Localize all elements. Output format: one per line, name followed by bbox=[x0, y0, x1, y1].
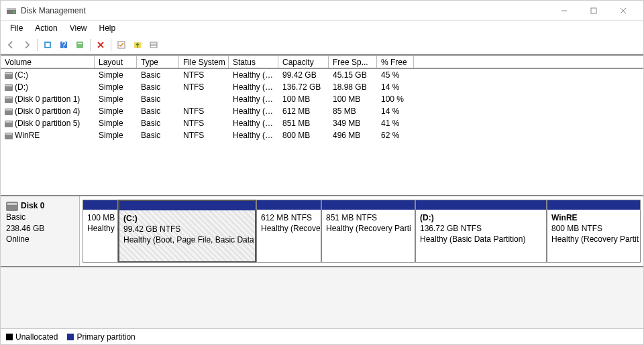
svg-rect-4 bbox=[591, 8, 596, 13]
volume-row[interactable]: (Disk 0 partition 5)SimpleBasicNTFSHealt… bbox=[1, 117, 643, 129]
col-capacity[interactable]: Capacity bbox=[278, 56, 329, 68]
legend-unallocated: Unallocated bbox=[6, 332, 58, 342]
svg-rect-11 bbox=[76, 42, 83, 48]
volume-icon bbox=[5, 121, 13, 127]
partition-block[interactable]: 612 MB NTFSHealthy (Recovery Par bbox=[256, 200, 321, 263]
disk-size: 238.46 GB bbox=[6, 224, 44, 233]
menu-action[interactable]: Action bbox=[30, 22, 62, 34]
volume-list-header: Volume Layout Type File System Status Ca… bbox=[1, 56, 643, 69]
volume-icon bbox=[5, 96, 13, 103]
action-button[interactable] bbox=[130, 38, 145, 52]
volume-icon bbox=[5, 109, 13, 115]
volume-list-body[interactable]: (C:)SimpleBasicNTFSHealthy (B...99.42 GB… bbox=[1, 69, 643, 195]
volume-row[interactable]: (Disk 0 partition 4)SimpleBasicNTFSHealt… bbox=[1, 105, 643, 117]
toolbar: ? bbox=[1, 36, 643, 54]
svg-point-2 bbox=[13, 11, 15, 12]
volume-row[interactable]: WinRESimpleBasicNTFSHealthy (R...800 MB4… bbox=[1, 129, 643, 141]
menu-view[interactable]: View bbox=[64, 22, 93, 34]
svg-rect-12 bbox=[78, 43, 82, 44]
legend-primary: Primary partition bbox=[67, 332, 135, 342]
close-button[interactable] bbox=[608, 1, 638, 21]
col-status[interactable]: Status bbox=[229, 56, 278, 68]
disk-state: Online bbox=[6, 234, 30, 244]
partition-stripe bbox=[257, 200, 321, 210]
delete-button[interactable] bbox=[93, 38, 108, 52]
window-title: Disk Management bbox=[21, 6, 549, 15]
col-spacer bbox=[414, 56, 643, 68]
refresh-button[interactable] bbox=[40, 38, 55, 52]
list-button[interactable] bbox=[146, 38, 161, 52]
menubar: File Action View Help bbox=[1, 21, 643, 36]
titlebar: Disk Management bbox=[1, 1, 643, 21]
volume-row[interactable]: (D:)SimpleBasicNTFSHealthy (B...136.72 G… bbox=[1, 81, 643, 93]
minimize-button[interactable] bbox=[549, 1, 579, 21]
disk-name: Disk 0 bbox=[21, 201, 44, 210]
window-controls bbox=[549, 1, 638, 21]
menu-help[interactable]: Help bbox=[94, 22, 121, 34]
disk-mgmt-icon bbox=[6, 5, 17, 16]
svg-rect-1 bbox=[7, 8, 16, 10]
volume-row[interactable]: (Disk 0 partition 1)SimpleBasicHealthy (… bbox=[1, 93, 643, 105]
partition-block[interactable]: (D:)136.72 GB NTFSHealthy (Basic Data Pa… bbox=[415, 200, 547, 263]
col-type[interactable]: Type bbox=[137, 56, 179, 68]
partition-stripe bbox=[416, 200, 546, 210]
toolbar-separator bbox=[37, 39, 38, 51]
partition-block[interactable]: 100 MBHealthy (EFI Sy bbox=[83, 200, 118, 263]
forward-button[interactable] bbox=[19, 38, 34, 52]
disk-icon bbox=[6, 202, 18, 211]
col-pctfree[interactable]: % Free bbox=[377, 56, 414, 68]
volume-list: Volume Layout Type File System Status Ca… bbox=[1, 54, 643, 195]
partition-stripe bbox=[322, 200, 415, 210]
svg-text:?: ? bbox=[62, 40, 66, 50]
toolbar-separator bbox=[90, 39, 91, 51]
partitions-container: 100 MBHealthy (EFI Sy(C:)99.42 GB NTFSHe… bbox=[80, 196, 643, 266]
svg-rect-8 bbox=[46, 43, 50, 47]
legend: Unallocated Primary partition bbox=[1, 328, 643, 344]
partition-block[interactable]: (C:)99.42 GB NTFSHealthy (Boot, Page Fil… bbox=[118, 200, 256, 263]
volume-row[interactable]: (C:)SimpleBasicNTFSHealthy (B...99.42 GB… bbox=[1, 69, 643, 81]
col-freespace[interactable]: Free Sp... bbox=[329, 56, 377, 68]
volume-icon bbox=[5, 72, 13, 79]
maximize-button[interactable] bbox=[579, 1, 608, 21]
toolbar-separator bbox=[111, 39, 111, 51]
disk-type: Basic bbox=[6, 212, 25, 222]
disk-label[interactable]: Disk 0 Basic 238.46 GB Online bbox=[1, 196, 80, 266]
menu-file[interactable]: File bbox=[5, 22, 28, 34]
col-filesystem[interactable]: File System bbox=[179, 56, 229, 68]
disk-graphical-view: Disk 0 Basic 238.46 GB Online 100 MBHeal… bbox=[1, 195, 643, 267]
help-button[interactable]: ? bbox=[56, 38, 71, 52]
partition-stripe bbox=[119, 201, 255, 210]
back-button[interactable] bbox=[3, 38, 18, 52]
swatch-primary bbox=[67, 334, 74, 340]
volume-icon bbox=[5, 133, 13, 139]
col-volume[interactable]: Volume bbox=[1, 56, 95, 68]
partition-block[interactable]: WinRE800 MB NTFSHealthy (Recovery Partit bbox=[547, 200, 641, 263]
col-layout[interactable]: Layout bbox=[95, 56, 137, 68]
settings-button[interactable] bbox=[114, 38, 129, 52]
swatch-unallocated bbox=[6, 334, 13, 340]
partition-stripe bbox=[547, 200, 640, 210]
partition-block[interactable]: 851 MB NTFSHealthy (Recovery Parti bbox=[321, 200, 415, 263]
partition-stripe bbox=[83, 200, 117, 210]
svg-rect-17 bbox=[150, 42, 157, 48]
bottom-empty-area bbox=[1, 267, 643, 328]
properties-button[interactable] bbox=[72, 38, 87, 52]
volume-icon bbox=[5, 84, 13, 91]
